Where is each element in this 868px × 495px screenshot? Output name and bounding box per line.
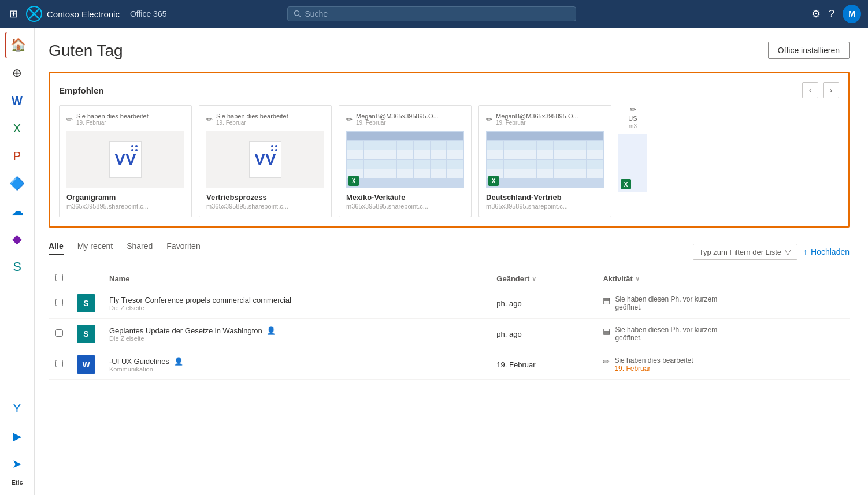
- upload-button[interactable]: ↑ Hochladen: [803, 247, 850, 256]
- table-row[interactable]: S Fly Tresor Conference propels commerci…: [49, 288, 850, 319]
- suite-name: Office 365: [130, 9, 167, 18]
- col-file-type: [70, 269, 102, 288]
- row-icon-cell: S: [70, 319, 102, 349]
- sidebar-label: Etic: [11, 479, 23, 486]
- recommended-next-button[interactable]: ›: [823, 82, 839, 98]
- visio-dots: [131, 145, 138, 151]
- visio-dots: [271, 145, 277, 151]
- upload-icon: ↑: [803, 247, 807, 256]
- card-path: m365x395895.sharepoint.c...: [346, 203, 464, 210]
- table-row[interactable]: S Geplantes Update der Gesetze in Washin…: [49, 319, 850, 349]
- contoso-logo-icon: [26, 6, 42, 22]
- table-row[interactable]: W -UI UX Guidelines 👤 Kommunikation 19. …: [49, 349, 850, 380]
- file-changed: 19. Februar: [496, 360, 535, 369]
- visio-file-icon: V: [109, 141, 142, 178]
- sidebar-item-purple[interactable]: ◆: [5, 226, 30, 252]
- card-name: Organigramm: [66, 193, 184, 202]
- sidebar-item-home[interactable]: 🏠: [5, 32, 30, 58]
- edit-icon: ✏: [206, 115, 213, 124]
- visio-file-icon: V: [249, 141, 281, 178]
- sidebar-item-excel[interactable]: X: [5, 116, 30, 141]
- row-name-cell: Geplantes Update der Gesetze in Washingt…: [102, 319, 489, 349]
- sidebar-item-arrow[interactable]: ➤: [5, 451, 30, 477]
- row-name-cell: Fly Tresor Conference propels commercial…: [102, 288, 489, 319]
- sidebar-item-sharepoint[interactable]: S: [5, 254, 30, 280]
- card-thumbnail: V: [66, 131, 184, 188]
- shared-icon: 👤: [174, 357, 183, 366]
- recommended-section: Empfohlen ‹ › ✏ Sie haben dies bearbeite…: [49, 72, 850, 228]
- tab-alle[interactable]: Alle: [49, 241, 64, 255]
- sidebar-item-yammer[interactable]: Y: [5, 396, 30, 421]
- row-changed-cell: ph. ago: [489, 288, 596, 319]
- rec-card-mexiko[interactable]: ✏ MeganB@M365x395895.O... 19. Februar: [339, 105, 472, 217]
- rec-card-deutschland[interactable]: ✏ MeganB@M365x395895.O... 19. Februar: [478, 105, 611, 217]
- card-date: 19. Februar: [76, 120, 149, 126]
- sidebar-item-ppt[interactable]: P: [5, 143, 30, 169]
- col-changed[interactable]: Geändert ∨: [489, 269, 596, 288]
- sidebar-item-teams[interactable]: 🔷: [5, 171, 30, 196]
- row-checkbox-cell[interactable]: [49, 319, 70, 349]
- tab-my-recent[interactable]: My recent: [77, 241, 113, 255]
- select-all-checkbox[interactable]: [55, 274, 63, 281]
- rec-card-vertriebsprozess[interactable]: ✏ Sie haben dies bearbeitet 19. Februar …: [199, 105, 332, 217]
- rec-card-organigramm[interactable]: ✏ Sie haben dies bearbeitet 19. Februar …: [59, 105, 192, 217]
- card-date: 19. Februar: [216, 120, 288, 126]
- recommended-header: Empfohlen ‹ ›: [59, 82, 839, 98]
- sidebar-item-onedrive[interactable]: ☁: [5, 199, 30, 224]
- shared-icon: 👤: [266, 326, 276, 335]
- file-tabs: Alle My recent Shared Favoriten: [49, 241, 201, 255]
- sidebar-item-flow[interactable]: ▶: [5, 423, 30, 449]
- settings-icon[interactable]: ⚙: [811, 8, 821, 20]
- search-input[interactable]: [305, 9, 570, 18]
- waffle-icon[interactable]: ⊞: [7, 5, 20, 23]
- tab-favoriten[interactable]: Favoriten: [166, 241, 200, 255]
- main-content: Guten Tag Office installieren Empfohlen …: [35, 28, 868, 495]
- col-activity[interactable]: Aktivität ∨: [596, 269, 850, 288]
- search-bar[interactable]: [287, 6, 576, 21]
- filter-icon: ▽: [785, 247, 791, 256]
- excel-grid: [346, 131, 464, 188]
- card-date: 19. Februar: [356, 120, 439, 126]
- excel-badge: X: [348, 176, 359, 186]
- edit-icon: ✏: [346, 115, 353, 124]
- spo-file-icon: S: [77, 325, 95, 343]
- file-subtitle: Kommunikation: [109, 366, 483, 373]
- card-meta-text: MeganB@M365x395895.O...: [356, 113, 439, 120]
- sharepoint-icon: S: [13, 259, 21, 274]
- home-icon: 🏠: [10, 38, 26, 53]
- activity-text2: geöffnet.: [615, 303, 717, 311]
- recommended-prev-button[interactable]: ‹: [802, 82, 818, 98]
- teams-icon: 🔷: [9, 176, 25, 191]
- file-subtitle: Die Zielseite: [109, 304, 483, 311]
- row-checkbox-cell[interactable]: [49, 288, 70, 319]
- help-icon[interactable]: ?: [829, 8, 834, 20]
- flow-icon: ▶: [13, 429, 21, 443]
- sidebar-item-word[interactable]: W: [5, 88, 30, 113]
- row-icon-cell: S: [70, 288, 102, 319]
- activity-edit-icon: ✏: [603, 357, 610, 366]
- edit-icon: ✏: [630, 105, 636, 114]
- card-thumbnail: X: [486, 131, 604, 188]
- row-checkbox[interactable]: [55, 360, 63, 367]
- row-checkbox[interactable]: [55, 329, 63, 337]
- row-activity-cell: ▤ Sie haben diesen Ph. vor kurzem geöffn…: [596, 288, 850, 319]
- tab-shared[interactable]: Shared: [127, 241, 153, 255]
- row-checkbox-cell[interactable]: [49, 349, 70, 380]
- arrow-icon: ➤: [12, 457, 22, 471]
- rec-card-partial[interactable]: ✏ US m3 X: [618, 105, 647, 217]
- card-date: 19. Februar: [496, 120, 578, 126]
- row-icon-cell: W: [70, 349, 102, 380]
- file-name: Geplantes Update der Gesetze in Washingt…: [109, 326, 483, 335]
- app-logo[interactable]: Contoso Electronic: [26, 6, 120, 22]
- col-name[interactable]: Name: [102, 269, 489, 288]
- sidebar-item-add[interactable]: ⊕: [5, 60, 30, 85]
- edit-icon: ✏: [486, 115, 492, 124]
- activity-text: Sie haben dies bearbeitet: [614, 356, 693, 364]
- install-office-button[interactable]: Office installieren: [768, 42, 850, 59]
- sidebar: 🏠 ⊕ W X P 🔷 ☁ ◆ S Y ▶: [0, 28, 35, 495]
- row-name-cell: -UI UX Guidelines 👤 Kommunikation: [102, 349, 489, 380]
- filter-input[interactable]: Typ zum Filtern der Liste ▽: [693, 244, 797, 260]
- row-checkbox[interactable]: [55, 299, 63, 306]
- card-path: m365x395895.sharepoint.c...: [66, 203, 184, 210]
- user-avatar[interactable]: M: [843, 5, 861, 23]
